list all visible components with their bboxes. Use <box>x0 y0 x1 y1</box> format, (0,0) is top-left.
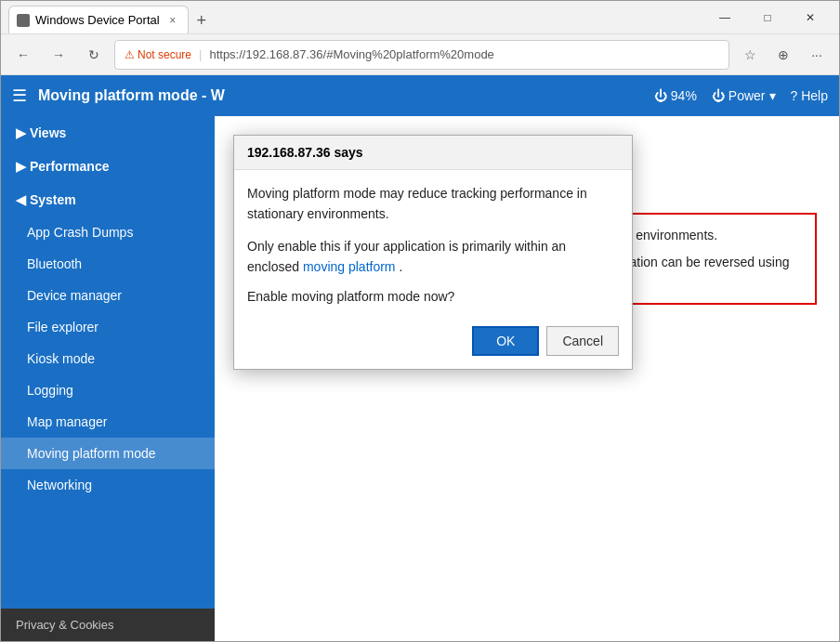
address-input[interactable]: ⚠ Not secure | https://192.168.87.36/#Mo… <box>114 40 729 70</box>
sidebar-item-networking[interactable]: Networking <box>1 469 215 501</box>
tab-favicon <box>17 14 30 27</box>
battery-indicator: ⏻ 94% <box>654 88 697 103</box>
sidebar-item-app-crash-dumps[interactable]: App Crash Dumps <box>1 216 215 248</box>
warning-triangle-icon: ⚠ <box>125 48 135 61</box>
header-right: ⏻ 94% ⏻ Power ▾ ? Help <box>654 88 828 103</box>
cancel-button[interactable]: Cancel <box>546 326 619 356</box>
power-arrow-icon: ▾ <box>769 88 776 103</box>
sidebar-item-map-manager[interactable]: Map manager <box>1 406 215 438</box>
forward-button[interactable]: → <box>44 40 73 70</box>
confirm-dialog: 192.168.87.36 says Moving platform mode … <box>233 135 633 370</box>
dialog-message-1: Moving platform mode may reduce tracking… <box>247 183 619 225</box>
maximize-button[interactable]: □ <box>746 1 789 34</box>
window-controls: — □ ✕ <box>703 1 832 34</box>
app-header: ☰ Moving platform mode - W ⏻ 94% ⏻ Power… <box>1 75 839 116</box>
sidebar-category-performance[interactable]: ▶ Performance <box>1 150 215 183</box>
ok-button[interactable]: OK <box>472 326 539 356</box>
favorites-icon[interactable]: ☆ <box>735 40 765 70</box>
system-label: ◀ System <box>16 192 76 207</box>
not-secure-label: Not secure <box>138 48 191 61</box>
dialog-moving-platform-link[interactable]: moving platform <box>303 259 396 274</box>
dialog-message-2-suffix: . <box>399 259 402 274</box>
close-button[interactable]: ✕ <box>789 1 832 34</box>
app-title: Moving platform mode - W <box>38 87 643 104</box>
not-secure-indicator: ⚠ Not secure <box>125 48 191 61</box>
menu-icon[interactable]: ··· <box>802 40 832 70</box>
battery-percentage: 94% <box>671 88 697 103</box>
sidebar-category-system[interactable]: ◀ System <box>1 183 215 216</box>
collections-icon[interactable]: ⊕ <box>768 40 798 70</box>
sidebar-item-moving-platform-mode[interactable]: Moving platform mode <box>1 438 215 469</box>
performance-label: ▶ Performance <box>16 159 109 174</box>
tab-area: Windows Device Portal × + <box>8 1 696 33</box>
main-wrapper: ed for use on moving platforms, not prim… <box>215 116 839 641</box>
dialog-message-2: Only enable this if your application is … <box>247 236 619 278</box>
dialog-message-2-prefix: Only enable this if your application is … <box>247 239 566 274</box>
title-bar: Windows Device Portal × + — □ ✕ <box>1 1 839 34</box>
sidebar-item-bluetooth[interactable]: Bluetooth <box>1 248 215 280</box>
help-button[interactable]: ? Help <box>791 88 828 103</box>
dialog-body: Moving platform mode may reduce tracking… <box>234 170 632 326</box>
minimize-button[interactable]: — <box>703 1 746 34</box>
views-label: ▶ Views <box>16 125 66 140</box>
sidebar-item-device-manager[interactable]: Device manager <box>1 280 215 311</box>
dialog-header: 192.168.87.36 says <box>234 136 632 170</box>
sidebar-section-views: ▶ Views <box>1 116 215 150</box>
tab-title: Windows Device Portal <box>35 13 160 27</box>
battery-icon: ⏻ <box>654 88 667 103</box>
power-icon: ⏻ <box>712 88 725 103</box>
sidebar-item-logging[interactable]: Logging <box>1 374 215 406</box>
url-separator: | <box>199 47 202 61</box>
url-text[interactable]: https://192.168.87.36/#Moving%20platform… <box>209 47 493 61</box>
sidebar-category-views[interactable]: ▶ Views <box>1 116 215 150</box>
sidebar-item-file-explorer[interactable]: File explorer <box>1 311 215 343</box>
back-button[interactable]: ← <box>8 40 38 70</box>
address-actions: ☆ ⊕ ··· <box>735 40 832 70</box>
app-content: ☰ Moving platform mode - W ⏻ 94% ⏻ Power… <box>1 75 839 641</box>
refresh-button[interactable]: ↻ <box>79 40 109 70</box>
dialog-question: Enable moving platform mode now? <box>247 289 619 304</box>
dialog-buttons: OK Cancel <box>234 326 632 369</box>
sidebar-section-performance: ▶ Performance <box>1 150 215 183</box>
app-body: ▶ Views ▶ Performance ◀ System App Crash… <box>1 116 839 641</box>
power-button[interactable]: ⏻ Power ▾ <box>712 88 776 103</box>
sidebar: ▶ Views ▶ Performance ◀ System App Crash… <box>1 116 215 641</box>
hamburger-icon[interactable]: ☰ <box>12 85 27 106</box>
sidebar-item-kiosk-mode[interactable]: Kiosk mode <box>1 343 215 374</box>
power-label: Power <box>728 88 766 103</box>
sidebar-section-system: ◀ System App Crash Dumps Bluetooth Devic… <box>1 183 215 501</box>
active-tab[interactable]: Windows Device Portal × <box>8 6 189 33</box>
sidebar-footer[interactable]: Privacy & Cookies <box>1 609 215 641</box>
dialog-overlay: 192.168.87.36 says Moving platform mode … <box>215 116 839 641</box>
new-tab-button[interactable]: + <box>189 7 215 33</box>
tab-close-btn[interactable]: × <box>165 13 180 28</box>
address-bar: ← → ↻ ⚠ Not secure | https://192.168.87.… <box>1 34 839 75</box>
